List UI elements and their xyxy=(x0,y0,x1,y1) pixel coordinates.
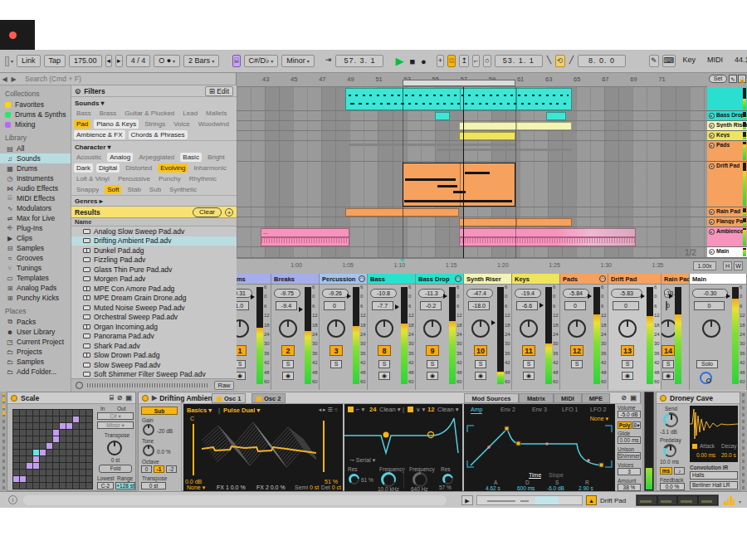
sidebar-item-grooves[interactable]: ≈Grooves xyxy=(0,253,71,263)
sidebar-item-projects[interactable]: 🗀Projects xyxy=(0,347,71,357)
tempo-field[interactable]: 175.00 xyxy=(69,55,102,67)
volume-value[interactable]: -7.7 xyxy=(372,301,393,310)
mixer-track-name[interactable]: Drift Pad xyxy=(608,274,662,285)
tab-midi[interactable]: MIDI xyxy=(554,393,582,403)
transpose-field[interactable]: 0 st xyxy=(141,482,166,489)
wavetable-browse-icons[interactable]: ◂ ▸ ☰ ○ xyxy=(319,407,338,413)
mixer-track-name[interactable]: Percussion◠ xyxy=(320,274,368,285)
scale-cell[interactable] xyxy=(86,416,92,422)
tap-tempo-button[interactable]: Tap xyxy=(44,55,66,67)
scale-cell[interactable] xyxy=(86,443,92,449)
gain-knob[interactable] xyxy=(143,424,154,436)
scale-cell[interactable] xyxy=(46,470,52,475)
filter1-res-knob[interactable] xyxy=(349,474,359,485)
zoom-height-button[interactable]: H xyxy=(723,261,732,270)
scale-cell[interactable] xyxy=(27,430,32,436)
scale-cell[interactable] xyxy=(80,470,85,475)
unfold-track-icon[interactable]: ▸ xyxy=(709,113,715,119)
sidebar-item-drums[interactable]: ▦Drums xyxy=(0,163,71,173)
scale-cell[interactable] xyxy=(33,416,39,422)
nudge-up-button[interactable]: ▸ xyxy=(115,55,123,67)
tab-mod-sources[interactable]: Mod Sources xyxy=(464,393,519,403)
clip-ambience[interactable]: ... xyxy=(261,228,349,246)
sidebar-item-clips[interactable]: ▶Clips xyxy=(0,233,71,243)
sound-tag-brass[interactable]: Brass xyxy=(97,109,119,118)
filter2-res-knob[interactable] xyxy=(442,474,453,485)
scale-cell[interactable] xyxy=(46,443,52,449)
sidebar-item-analog-pads[interactable]: ⊞Analog Pads xyxy=(0,283,71,293)
octave-minus1-button[interactable]: -1 xyxy=(154,465,164,473)
scale-cell[interactable] xyxy=(60,410,66,416)
midi-map-icon[interactable]: ⌸ xyxy=(110,394,114,402)
unfold-track-icon[interactable]: ▸ xyxy=(709,143,715,149)
filter1-freq-knob[interactable] xyxy=(381,472,396,487)
peak-value[interactable]: -9.75 xyxy=(274,289,300,298)
device-on-button[interactable] xyxy=(142,395,149,402)
clip-bass[interactable] xyxy=(345,88,572,110)
character-tag-rhythmic[interactable]: Rhythmic xyxy=(187,174,219,183)
scale-cell[interactable] xyxy=(73,463,79,469)
scale-cell[interactable] xyxy=(13,463,19,469)
scale-cell[interactable] xyxy=(27,483,32,489)
tab-lfo-2[interactable]: LFO 2 xyxy=(590,407,606,412)
scale-cell[interactable] xyxy=(13,423,19,429)
filter2-on-button[interactable] xyxy=(408,407,413,412)
monitor-button[interactable]: ◉ xyxy=(378,372,390,380)
scale-cell[interactable] xyxy=(46,436,52,442)
volume-value[interactable]: 0 xyxy=(613,301,639,310)
feedback-field[interactable]: 0.0 % xyxy=(660,483,685,490)
scale-cell[interactable] xyxy=(20,430,26,436)
character-tag-evolving[interactable]: Evolving xyxy=(158,163,188,173)
genres-section-title[interactable]: Genres ▸ xyxy=(71,196,237,207)
osc-fx1-value[interactable]: FX 1 0.0 % xyxy=(217,485,246,490)
attack-value[interactable]: 4.62 s xyxy=(486,485,500,491)
scale-cell[interactable] xyxy=(40,476,46,482)
back-arrow-icon[interactable]: ◀ xyxy=(0,75,9,83)
pan-knob[interactable] xyxy=(618,319,637,338)
filter-routing-dropdown[interactable]: ⊸ Serial ▾ xyxy=(349,457,375,464)
loop-button[interactable]: ⟲ xyxy=(555,55,565,67)
scale-cell[interactable] xyxy=(33,450,39,455)
pan-knob[interactable] xyxy=(237,319,249,338)
solo-button[interactable]: Solo xyxy=(696,360,718,368)
glide-field[interactable]: 0.00 ms xyxy=(618,436,641,444)
track-number[interactable]: 3 xyxy=(330,345,343,356)
link-caret-icon[interactable]: ▾ xyxy=(11,58,13,64)
tab-matrix[interactable]: Matrix xyxy=(519,393,554,403)
fader-position-arrow[interactable] xyxy=(491,320,496,325)
scale-cell[interactable] xyxy=(86,436,92,442)
unfold-track-icon[interactable]: ▸ xyxy=(709,123,715,129)
play-button[interactable]: ▶ xyxy=(395,55,403,67)
unfold-track-icon[interactable]: ▸ xyxy=(709,229,715,235)
scale-cell[interactable] xyxy=(73,450,79,455)
scale-cell[interactable] xyxy=(20,443,26,449)
record-button[interactable]: ● xyxy=(421,56,427,66)
mixer-track-name[interactable]: Synth Riser xyxy=(464,274,512,285)
monitor-button[interactable]: ◉ xyxy=(427,372,438,380)
arrangement-position-field[interactable]: 57. 3. 1 xyxy=(335,55,383,67)
scale-cell[interactable] xyxy=(73,483,79,489)
sidebar-item-sounds[interactable]: ♫Sounds xyxy=(0,153,71,163)
tab-env-2[interactable]: Env 2 xyxy=(500,407,515,412)
scale-cell[interactable] xyxy=(40,483,46,489)
overdub-button[interactable]: ⧉ xyxy=(447,55,456,67)
pan-knob[interactable] xyxy=(520,319,538,338)
scale-cell[interactable] xyxy=(53,483,59,489)
mixer-track-name[interactable]: Bass Drop◠ xyxy=(416,274,464,285)
mixer-strip-drums[interactable]: Drums-9.31-1.01S◉6061218243036424860 xyxy=(237,274,271,390)
result-item-drifting-ambient-pad-adv[interactable]: Drifting Ambient Pad.adv xyxy=(71,236,237,246)
scale-cell[interactable] xyxy=(27,416,32,422)
link-indicator-icon[interactable] xyxy=(5,56,9,66)
fader-position-arrow[interactable] xyxy=(347,294,351,299)
fader-position-arrow[interactable] xyxy=(726,294,730,299)
scale-cell[interactable] xyxy=(60,430,66,436)
sound-tag-piano-keys[interactable]: Piano & Keys xyxy=(94,119,139,129)
fader-position-arrow[interactable] xyxy=(395,304,399,309)
scale-cell[interactable] xyxy=(73,410,79,416)
scale-cell[interactable] xyxy=(80,483,85,489)
scale-cell[interactable] xyxy=(20,450,26,455)
draw-mode-button[interactable]: ✎ xyxy=(649,55,659,67)
sidebar-item-current-project[interactable]: ◳Current Project xyxy=(0,337,71,347)
track-header-synth-riser[interactable]: ▸Synth Riser xyxy=(707,121,747,131)
osc-category-dropdown[interactable]: Basics ▾ xyxy=(187,407,212,414)
